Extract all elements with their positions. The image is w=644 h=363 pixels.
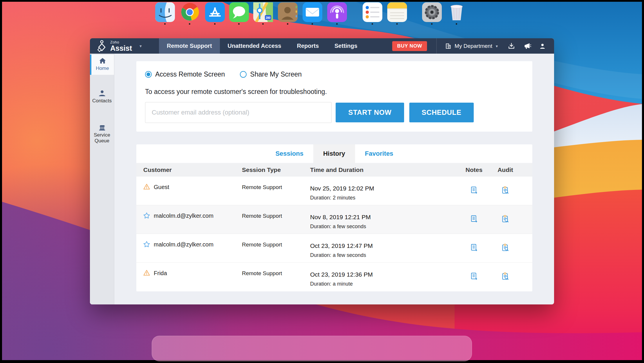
app-logo[interactable]: Zoho Assist ▾ — [90, 38, 159, 54]
app-store-icon — [205, 2, 225, 22]
dock-contacts[interactable] — [278, 2, 298, 22]
chrome-icon — [180, 2, 200, 22]
access-remote-screen-label[interactable]: Access Remote Screen — [155, 70, 225, 78]
department-selector[interactable]: My Department ▾ — [445, 43, 498, 50]
session-time: Oct 23, 2019 12:47 PM — [310, 242, 461, 249]
brand-text: Zoho Assist — [110, 40, 132, 52]
dock-reminders[interactable] — [363, 2, 382, 22]
nav-tab-settings[interactable]: Settings — [327, 38, 365, 54]
column-header-time-duration: Time and Duration — [306, 166, 461, 173]
audit-icon — [502, 215, 509, 223]
department-label: My Department — [455, 43, 492, 49]
add-note-icon — [471, 215, 478, 223]
running-indicator — [164, 23, 166, 25]
sidebar-item-service-queue[interactable]: Service Queue — [90, 121, 114, 147]
customer-email-input[interactable] — [145, 102, 332, 123]
share-my-screen-radio[interactable] — [240, 71, 247, 78]
customer-name: malcolm.d@zylker.com — [154, 241, 214, 248]
scheduler-description: To access your remote customer's screen … — [145, 88, 524, 96]
table-header: Customer Session Type Time and Duration … — [136, 163, 532, 177]
user-icon[interactable] — [539, 43, 546, 50]
nav-tab-remote-support[interactable]: Remote Support — [159, 38, 220, 54]
add-note-icon — [471, 244, 478, 252]
nav-tab-unattended-access[interactable]: Unattended Access — [220, 38, 289, 54]
screen: Zoho Assist ▾ Remote Support Unattended … — [0, 0, 644, 363]
audit-cell[interactable] — [487, 263, 524, 291]
warning-triangle-icon — [143, 270, 150, 276]
table-row[interactable]: Guest Remote Support Nov 25, 2019 12:02 … — [136, 177, 532, 205]
tab-favorites[interactable]: Favorites — [355, 144, 403, 163]
tab-history[interactable]: History — [313, 144, 355, 163]
dock-app-store[interactable] — [205, 2, 225, 22]
messages-icon — [229, 2, 249, 22]
column-header-audit: Audit — [487, 166, 524, 173]
download-icon[interactable] — [508, 42, 515, 50]
dock-maps[interactable]: 280 — [253, 2, 273, 22]
audit-cell[interactable] — [487, 177, 524, 205]
session-type: Remote Support — [242, 205, 306, 234]
star-icon — [143, 241, 150, 247]
dock-mail[interactable] — [303, 2, 322, 22]
audit-cell[interactable] — [487, 234, 524, 262]
maps-icon: 280 — [253, 2, 273, 22]
primary-nav: Remote Support Unattended Access Reports… — [159, 38, 365, 54]
running-indicator — [262, 23, 264, 25]
share-my-screen-option: Share My Screen — [240, 70, 302, 78]
session-scheduler-card: Access Remote Screen Share My Screen To … — [136, 61, 532, 132]
running-indicator — [431, 23, 433, 25]
running-indicator — [336, 23, 338, 25]
dock-system-preferences[interactable] — [422, 2, 442, 22]
dock-messages[interactable] — [229, 2, 249, 22]
notes-cell[interactable] — [461, 263, 487, 291]
notes-cell[interactable] — [461, 177, 487, 205]
table-row[interactable]: malcolm.d@zylker.com Remote Support Nov … — [136, 205, 532, 234]
dock-finder[interactable] — [155, 2, 175, 22]
reminders-icon — [363, 2, 382, 22]
notes-cell[interactable] — [461, 234, 487, 262]
contacts-icon — [98, 90, 106, 97]
navbar-divider — [436, 38, 437, 54]
tab-sessions[interactable]: Sessions — [265, 144, 313, 163]
share-my-screen-label[interactable]: Share My Screen — [250, 70, 302, 78]
running-indicator — [372, 23, 373, 25]
dock-chrome[interactable] — [180, 2, 200, 22]
nav-tab-reports[interactable]: Reports — [289, 38, 327, 54]
session-duration: Duration: 2 minutes — [310, 195, 461, 201]
schedule-button[interactable]: SCHEDULE — [409, 103, 474, 122]
audit-cell[interactable] — [487, 205, 524, 234]
window-body: Home Contacts Service Queue — [90, 54, 554, 304]
column-header-customer: Customer — [143, 166, 242, 173]
topbar-icons — [508, 42, 546, 50]
brand-assist: Assist — [110, 45, 132, 52]
zoho-assist-window: Zoho Assist ▾ Remote Support Unattended … — [90, 38, 554, 304]
session-duration: Duration: a minute — [310, 281, 461, 287]
brand-zoho: Zoho — [110, 40, 132, 44]
table-row[interactable]: Frida Remote Support Oct 23, 2019 12:36 … — [136, 263, 532, 291]
chevron-down-icon[interactable]: ▾ — [140, 43, 142, 49]
audit-icon — [502, 186, 509, 194]
add-note-icon — [471, 186, 478, 194]
notes-icon — [387, 2, 407, 22]
sessions-panel: Sessions History Favorites Customer Sess… — [136, 144, 532, 291]
start-now-button[interactable]: START NOW — [336, 103, 404, 122]
scheduler-actions: START NOW SCHEDULE — [145, 102, 524, 123]
dock-notes[interactable] — [387, 2, 407, 22]
sidebar-item-label: Contacts — [91, 98, 113, 104]
top-navbar: Zoho Assist ▾ Remote Support Unattended … — [90, 38, 554, 54]
running-indicator — [189, 23, 190, 25]
buy-now-button[interactable]: BUY NOW — [392, 41, 427, 51]
sidebar: Home Contacts Service Queue — [90, 54, 114, 304]
column-header-session-type: Session Type — [242, 166, 306, 173]
access-remote-screen-radio[interactable] — [145, 71, 152, 78]
zoho-assist-logo-icon — [96, 40, 107, 52]
audit-icon — [502, 273, 509, 280]
sidebar-item-contacts[interactable]: Contacts — [90, 87, 114, 107]
notes-cell[interactable] — [461, 205, 487, 234]
announcement-icon[interactable] — [523, 42, 531, 50]
add-note-icon — [471, 273, 478, 280]
dock-trash[interactable] — [447, 2, 466, 22]
table-row[interactable]: malcolm.d@zylker.com Remote Support Oct … — [136, 234, 532, 263]
sidebar-item-home[interactable]: Home — [90, 55, 114, 75]
customer-name: malcolm.d@zylker.com — [154, 213, 214, 219]
dock-podcasts[interactable] — [327, 2, 347, 22]
